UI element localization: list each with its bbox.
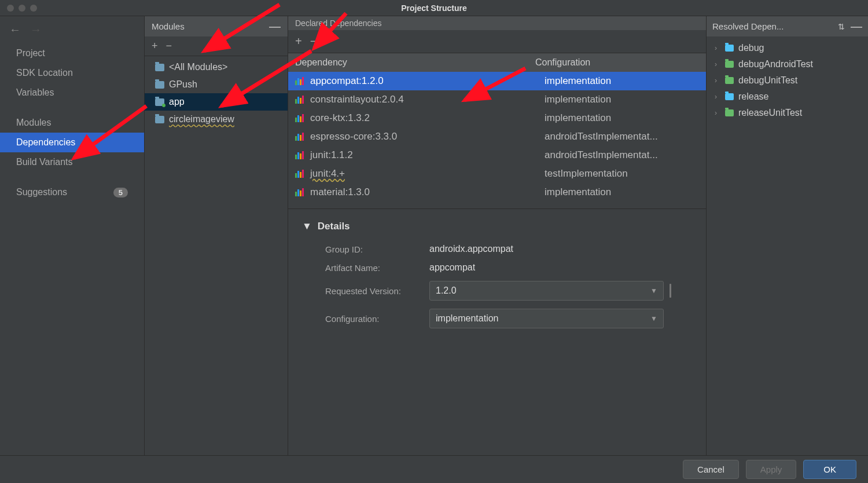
sidebar-item-project[interactable]: Project (0, 43, 144, 63)
dep-name: constraintlayout:2.0.4 (310, 94, 545, 105)
chevron-down-icon: ▼ (650, 287, 657, 295)
add-module-button[interactable]: + (152, 40, 158, 52)
sidebar-item-sdk-location[interactable]: SDK Location (0, 63, 144, 83)
sidebar-item-variables[interactable]: Variables (0, 83, 144, 103)
module-label: circleimageview (169, 114, 234, 125)
add-dependency-button[interactable]: + (295, 35, 302, 48)
tree-label: debugAndroidTest (738, 59, 813, 69)
sidebar-item-label: Build Variants (16, 157, 73, 167)
dep-name: junit:4.+ (310, 168, 545, 180)
tree-label: debug (738, 43, 764, 53)
apply-button[interactable]: Apply (746, 460, 797, 479)
dep-conf: implementation (545, 186, 611, 198)
ok-button[interactable]: OK (803, 460, 856, 479)
resolved-header: Resolved Depen... ⇅ — (707, 16, 868, 36)
modules-header: Modules — (145, 16, 288, 36)
module-item-all[interactable]: <All Modules> (145, 58, 288, 76)
chevron-right-icon: › (715, 44, 720, 52)
folder-icon (155, 81, 164, 89)
folder-icon (155, 98, 164, 106)
chevron-right-icon: › (715, 76, 720, 85)
config-combo[interactable]: implementation ▼ (429, 309, 664, 328)
tree-item[interactable]: ›debug (707, 40, 868, 56)
dep-row[interactable]: material:1.3.0 implementation (288, 183, 706, 202)
folder-icon (155, 116, 164, 123)
group-id-value: androidx.appcompat (429, 244, 513, 254)
sidebar-item-label: Variables (16, 87, 54, 98)
settings-icon[interactable]: ⇅ (838, 22, 845, 31)
dep-row[interactable]: junit:1.1.2 androidTestImplementat... (288, 146, 706, 164)
tree-label: releaseUnitTest (738, 108, 802, 118)
module-list: <All Modules> GPush app circleimageview (145, 56, 288, 130)
resolved-header-label: Resolved Depen... (712, 21, 784, 31)
dep-conf: implementation (545, 112, 611, 124)
folder-icon (725, 45, 734, 52)
resolved-panel: Resolved Depen... ⇅ — ›debug ›debugAndro… (706, 16, 868, 455)
modules-header-label: Modules (152, 21, 185, 31)
declared-deps-header: Declared Dependencies (288, 16, 706, 30)
col-header-dependency: Dependency (295, 57, 535, 68)
dep-conf: testImplementation (545, 168, 628, 180)
chevron-right-icon: › (715, 93, 720, 101)
dep-name: espresso-core:3.3.0 (310, 131, 545, 142)
sidebar-item-build-variants[interactable]: Build Variants (0, 152, 144, 172)
deps-table-header: Dependency Configuration (288, 53, 706, 72)
module-label: <All Modules> (169, 62, 227, 72)
library-icon (295, 133, 304, 141)
module-item-app[interactable]: app (145, 93, 288, 111)
sidebar-item-label: SDK Location (16, 68, 73, 78)
sidebar-item-dependencies[interactable]: Dependencies (0, 133, 144, 152)
details-title[interactable]: ▼ Details (302, 221, 692, 232)
module-item-circleimageview[interactable]: circleimageview (145, 111, 288, 128)
artifact-value: appcompat (429, 262, 475, 273)
dep-row[interactable]: appcompat:1.2.0 implementation (288, 72, 706, 90)
dep-name: junit:1.1.2 (310, 149, 545, 161)
close-window-icon[interactable] (7, 5, 14, 12)
folder-icon (725, 109, 734, 116)
dep-row[interactable]: junit:4.+ testImplementation (288, 164, 706, 183)
dep-conf: implementation (545, 75, 611, 87)
nav-back-icon[interactable]: ← (9, 23, 21, 36)
version-value: 1.2.0 (436, 286, 457, 296)
chevron-down-icon: ▼ (650, 314, 657, 323)
dep-row[interactable]: constraintlayout:2.0.4 implementation (288, 90, 706, 109)
deps-rows: appcompat:1.2.0 implementation constrain… (288, 72, 706, 202)
sidebar-item-label: Dependencies (16, 137, 75, 148)
remove-dependency-button[interactable]: − (310, 35, 317, 48)
tree-item[interactable]: ›release (707, 89, 868, 105)
folder-icon (725, 93, 734, 100)
dep-conf: implementation (545, 94, 611, 105)
handle-icon (670, 284, 671, 298)
group-id-label: Group ID: (325, 244, 429, 254)
artifact-label: Artifact Name: (325, 263, 429, 273)
dialog-footer: Cancel Apply OK (0, 455, 868, 483)
module-label: app (169, 97, 185, 107)
tree-item[interactable]: ›debugUnitTest (707, 72, 868, 89)
maximize-window-icon[interactable] (30, 5, 37, 12)
window-controls (0, 5, 37, 12)
minimize-window-icon[interactable] (19, 5, 25, 12)
resolved-tree: ›debug ›debugAndroidTest ›debugUnitTest … (707, 36, 868, 125)
library-icon (295, 188, 304, 196)
folder-icon (725, 61, 734, 68)
tree-label: release (738, 92, 768, 102)
dep-conf: androidTestImplementat... (545, 131, 658, 142)
library-icon (295, 77, 304, 85)
minimize-panel-icon[interactable]: — (851, 20, 862, 33)
sidebar-item-suggestions[interactable]: Suggestions 5 (0, 182, 144, 202)
minimize-panel-icon[interactable]: — (269, 20, 281, 33)
tree-item[interactable]: ›debugAndroidTest (707, 56, 868, 72)
version-label: Requested Version: (325, 286, 429, 296)
module-item-gpush[interactable]: GPush (145, 76, 288, 93)
sidebar-item-modules[interactable]: Modules (0, 113, 144, 133)
dep-row[interactable]: core-ktx:1.3.2 implementation (288, 109, 706, 127)
dep-name: core-ktx:1.3.2 (310, 112, 545, 124)
suggestions-badge: 5 (113, 188, 128, 197)
version-combo[interactable]: 1.2.0 ▼ (429, 281, 664, 301)
remove-module-button[interactable]: − (166, 40, 172, 52)
cancel-button[interactable]: Cancel (683, 460, 739, 479)
tree-item[interactable]: ›releaseUnitTest (707, 105, 868, 121)
dep-row[interactable]: espresso-core:3.3.0 androidTestImplement… (288, 127, 706, 146)
config-value: implementation (436, 313, 499, 324)
left-sidebar: ← → Project SDK Location Variables Modul… (0, 16, 145, 455)
